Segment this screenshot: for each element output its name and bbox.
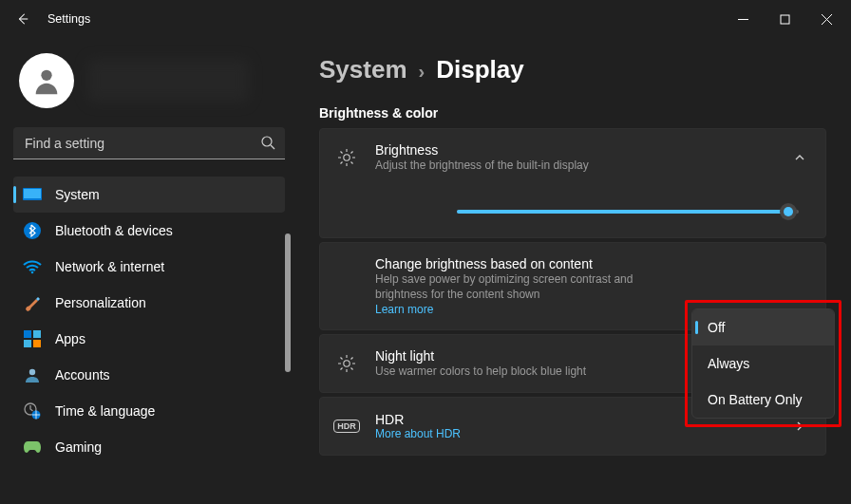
search-field[interactable]	[25, 136, 253, 151]
hdr-icon: HDR	[337, 420, 356, 433]
nav-label: Bluetooth & devices	[55, 223, 173, 238]
section-title: Brightness & color	[319, 105, 826, 121]
option-label: Off	[708, 320, 725, 335]
cabc-dropdown[interactable]: Off Always On Battery Only	[691, 308, 835, 419]
breadcrumb: System › Display	[319, 55, 826, 84]
brightness-slider[interactable]	[457, 205, 799, 218]
wifi-icon	[23, 257, 42, 276]
svg-rect-0	[781, 15, 789, 24]
profile-section[interactable]	[13, 47, 294, 114]
search-input[interactable]	[13, 127, 285, 159]
option-label: Always	[708, 356, 749, 371]
nav-item-system[interactable]: System	[13, 177, 285, 213]
nav-item-gaming[interactable]: Gaming	[13, 429, 285, 465]
brightness-slider-thumb[interactable]	[780, 203, 797, 220]
nav-label: Accounts	[55, 367, 110, 383]
window-title: Settings	[47, 12, 90, 26]
chevron-right-icon: ›	[419, 61, 426, 83]
nav-item-bluetooth[interactable]: Bluetooth & devices	[13, 213, 285, 249]
titlebar: Settings	[0, 0, 851, 38]
profile-info-redacted	[87, 59, 249, 103]
search-icon	[260, 135, 275, 154]
collapse-button[interactable]	[791, 152, 808, 163]
back-button[interactable]	[11, 8, 34, 30]
nav-label: Time & language	[55, 403, 155, 419]
highlighted-dropdown-region: Off Always On Battery Only	[685, 300, 842, 427]
svg-point-14	[344, 155, 350, 160]
person-icon	[23, 365, 42, 384]
svg-rect-10	[33, 340, 41, 347]
window-controls	[722, 4, 847, 34]
nav-list: System Bluetooth & devices Network & int…	[13, 177, 294, 465]
clock-globe-icon	[23, 401, 42, 420]
night-light-icon	[337, 354, 356, 373]
nav-label: Network & internet	[55, 259, 164, 274]
svg-point-2	[262, 137, 272, 146]
apps-icon	[23, 329, 42, 348]
svg-point-15	[344, 360, 350, 365]
svg-rect-9	[24, 340, 31, 347]
svg-rect-7	[24, 330, 31, 338]
paintbrush-icon	[23, 293, 42, 312]
option-label: On Battery Only	[708, 392, 803, 407]
brightness-title: Brightness	[375, 142, 772, 158]
maximize-button[interactable]	[764, 4, 805, 34]
svg-rect-8	[33, 330, 41, 338]
nav-item-accounts[interactable]: Accounts	[13, 357, 285, 393]
brightness-card: Brightness Adjust the brightness of the …	[319, 128, 826, 238]
nav-label: Personalization	[55, 295, 146, 310]
bluetooth-icon	[23, 221, 42, 240]
svg-point-11	[29, 369, 35, 375]
nav-label: System	[55, 187, 100, 202]
hdr-link[interactable]: More about HDR	[375, 427, 772, 440]
breadcrumb-current: Display	[436, 55, 524, 84]
cabc-title: Change brightness based on content	[375, 256, 635, 271]
content: System › Display Brightness & color Brig…	[294, 38, 851, 504]
sidebar-scrollbar[interactable]	[285, 233, 291, 372]
cabc-option-off[interactable]: Off	[692, 309, 834, 345]
brightness-subtitle: Adjust the brightness of the built-in di…	[375, 158, 772, 173]
cabc-learn-more-link[interactable]: Learn more	[375, 303, 635, 316]
svg-point-6	[31, 271, 34, 274]
nav-item-time-language[interactable]: Time & language	[13, 393, 285, 429]
gamepad-icon	[23, 438, 42, 457]
cabc-option-battery[interactable]: On Battery Only	[692, 382, 834, 418]
nav-label: Gaming	[55, 439, 102, 455]
nav-item-apps[interactable]: Apps	[13, 321, 285, 357]
svg-point-1	[41, 70, 51, 81]
avatar	[19, 53, 74, 108]
close-button[interactable]	[805, 4, 847, 34]
minimize-button[interactable]	[722, 4, 764, 34]
breadcrumb-parent[interactable]: System	[319, 55, 407, 84]
sun-icon	[337, 148, 356, 167]
sidebar: System Bluetooth & devices Network & int…	[0, 38, 294, 504]
svg-rect-4	[24, 189, 41, 198]
nav-item-personalization[interactable]: Personalization	[13, 285, 285, 321]
cabc-option-always[interactable]: Always	[692, 345, 834, 382]
nav-label: Apps	[55, 331, 85, 346]
nav-item-network[interactable]: Network & internet	[13, 249, 285, 285]
display-icon	[23, 185, 42, 204]
cabc-subtitle: Help save power by optimizing screen con…	[375, 271, 635, 302]
